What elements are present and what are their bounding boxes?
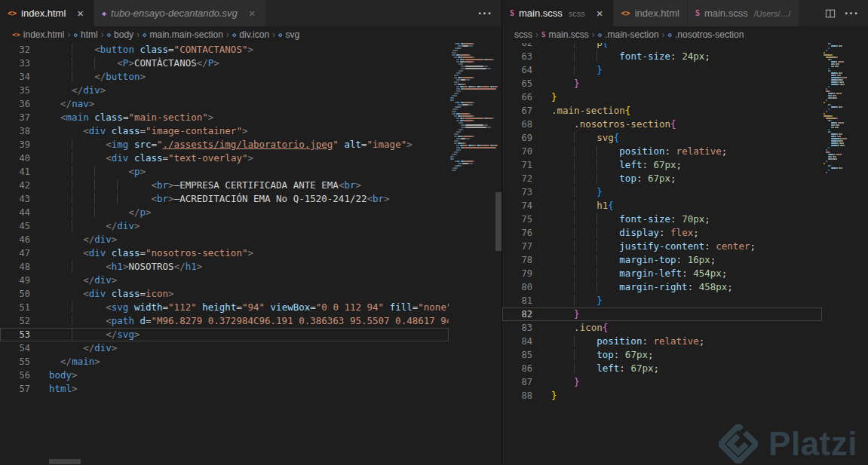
breadcrumb-item-.nosotros-section[interactable]: ◇.nosotros-section xyxy=(668,29,744,40)
code-line-45[interactable]: 45 </div> xyxy=(0,219,449,233)
tab-index.html[interactable]: <>index.html xyxy=(614,0,688,26)
code-line-64[interactable]: 64 } xyxy=(502,63,822,77)
split-editor-button[interactable] xyxy=(825,8,836,19)
line-content: </div> xyxy=(49,341,449,355)
breadcrumb-item-svg[interactable]: ◇svg xyxy=(278,29,299,40)
code-line-57[interactable]: 57html> xyxy=(0,382,449,396)
code-line-69[interactable]: 69 svg{ xyxy=(502,131,822,145)
code-line-51[interactable]: 51 <svg width="112" height="94" viewBox=… xyxy=(0,301,449,314)
more-actions-button[interactable]: ··· xyxy=(845,8,859,20)
breadcrumb-item-.main-section[interactable]: ◇.main-section xyxy=(598,29,659,40)
line-content: top: 67px; xyxy=(551,172,822,185)
more-actions-button[interactable]: ··· xyxy=(478,8,492,20)
tab-index.html[interactable]: <>index.html× xyxy=(0,0,94,26)
code-line-41[interactable]: 41 <p> xyxy=(0,165,449,179)
line-content: position: relative; xyxy=(551,145,822,158)
code-line-47[interactable]: 47 <div class="nosotros-section"> xyxy=(0,246,449,260)
code-line-74[interactable]: 74 h1{ xyxy=(502,199,822,213)
code-line-52[interactable]: 52 <path d="M96.8279 0.372984C96.191 0.3… xyxy=(0,314,449,328)
code-line-48[interactable]: 48 <h1>NOSOTROS</h1> xyxy=(0,260,449,274)
code-line-66[interactable]: 66} xyxy=(502,90,822,104)
code-line-78[interactable]: 78 margin-top: 16px; xyxy=(502,253,822,267)
code-line-65[interactable]: 65 } xyxy=(502,77,822,90)
breadcrumb-label: svg xyxy=(286,29,300,40)
minimap[interactable] xyxy=(822,43,868,465)
breadcrumb-item-index.html[interactable]: <>index.html xyxy=(12,29,65,40)
line-content: } xyxy=(551,90,822,104)
code-line-54[interactable]: 54 </div> xyxy=(0,341,449,355)
code-line-38[interactable]: 38 <div class="image-container"> xyxy=(0,124,449,138)
code-line-50[interactable]: 50 <div class=icon> xyxy=(0,287,449,301)
close-icon[interactable]: × xyxy=(75,7,86,20)
minimap-line xyxy=(824,84,866,85)
code-line-55[interactable]: 55 </main> xyxy=(0,355,449,369)
breadcrumb-item-div.icon[interactable]: ◇div.icon xyxy=(232,29,269,40)
code-line-35[interactable]: 35 </div> xyxy=(0,84,449,97)
code-line-49[interactable]: 49 </div> xyxy=(0,274,449,287)
line-content: </svg> xyxy=(49,328,449,341)
code-line-33[interactable]: 33 <P>CONTÀCTANOS</P> xyxy=(0,57,449,70)
code-area[interactable]: 62 p{63 font-size: 24px;64 }65 }66}67.ma… xyxy=(502,43,822,465)
code-line-86[interactable]: 86 left: 67px; xyxy=(502,362,822,375)
code-line-53[interactable]: 53 </svg> xyxy=(0,328,449,341)
code-line-82[interactable]: 82 } xyxy=(502,307,822,321)
line-number: 46 xyxy=(0,233,30,246)
code-line-71[interactable]: 71 left: 67px; xyxy=(502,158,822,172)
code-line-76[interactable]: 76 display: flex; xyxy=(502,226,822,240)
code-line-75[interactable]: 75 font-size: 70px; xyxy=(502,213,822,226)
code-line-36[interactable]: 36 </nav> xyxy=(0,97,449,111)
code-line-68[interactable]: 68 .nosotros-section{ xyxy=(502,118,822,131)
code-line-56[interactable]: 56body> xyxy=(0,369,449,382)
line-number: 33 xyxy=(0,57,30,70)
vertical-scrollbar-thumb[interactable] xyxy=(495,192,501,251)
horizontal-scrollbar-thumb[interactable] xyxy=(49,459,81,464)
symbol-icon: ◇ xyxy=(278,31,282,38)
code-line-77[interactable]: 77 justify-content: center; xyxy=(502,240,822,253)
code-line-34[interactable]: 34 </button> xyxy=(0,70,449,84)
code-line-87[interactable]: 87 } xyxy=(502,375,822,389)
minimap-line xyxy=(450,81,500,83)
breadcrumb-item-scss[interactable]: scss xyxy=(514,29,532,40)
close-icon[interactable]: × xyxy=(247,7,258,20)
code-line-37[interactable]: 37 <main class="main-section"> xyxy=(0,111,449,124)
code-line-84[interactable]: 84 position: relative; xyxy=(502,335,822,348)
breadcrumb-item-main.main-section[interactable]: ◇main.main-section xyxy=(143,29,223,40)
editor-pane[interactable]: 32 <button class="CONTACTANOS">33 <P>CON… xyxy=(0,43,501,465)
code-area[interactable]: 32 <button class="CONTACTANOS">33 <P>CON… xyxy=(0,43,449,465)
code-line-81[interactable]: 81 } xyxy=(502,294,822,307)
code-line-39[interactable]: 39 <img src="./assests/img/laboratorio.j… xyxy=(0,138,449,151)
minimap-line xyxy=(824,154,866,155)
minimap-line xyxy=(450,72,500,74)
breadcrumb-item-html[interactable]: ◇html xyxy=(74,29,98,40)
code-line-32[interactable]: 32 <button class="CONTACTANOS"> xyxy=(0,43,449,57)
line-number: 85 xyxy=(502,348,532,362)
code-line-72[interactable]: 72 top: 67px; xyxy=(502,172,822,185)
code-line-43[interactable]: 43 <br>—ACREDITACIÓN EMA No Q-1520-241/2… xyxy=(0,192,449,206)
tab-tubo-ensayo-decantando.svg[interactable]: ◆tubo-ensayo-decantando.svg× xyxy=(94,0,265,26)
code-line-80[interactable]: 80 margin-right: 458px; xyxy=(502,280,822,294)
line-content: justify-content: center; xyxy=(551,240,822,253)
code-line-85[interactable]: 85 top: 67px; xyxy=(502,348,822,362)
code-line-44[interactable]: 44 </p> xyxy=(0,206,449,219)
code-line-83[interactable]: 83 .icon{ xyxy=(502,321,822,335)
code-line-42[interactable]: 42 <br>—EMPRESA CERTIFICADA ANTE EMA<br> xyxy=(0,179,449,192)
minimap-line xyxy=(824,75,866,76)
editor-pane[interactable]: 62 p{63 font-size: 24px;64 }65 }66}67.ma… xyxy=(502,43,868,465)
close-icon[interactable]: × xyxy=(594,7,606,20)
minimap-line xyxy=(450,158,500,160)
code-line-67[interactable]: 67.main-section{ xyxy=(502,104,822,118)
code-line-62[interactable]: 62 p{ xyxy=(502,43,822,50)
breadcrumb-item-body[interactable]: ◇body xyxy=(107,29,133,40)
code-line-46[interactable]: 46 </div> xyxy=(0,233,449,246)
tab-main.scss[interactable]: Smain.scssscss× xyxy=(502,0,614,26)
minimap[interactable] xyxy=(449,43,501,465)
tab-main.scss[interactable]: Smain.scss/Users/…/ xyxy=(688,0,799,26)
breadcrumb-item-main.scss[interactable]: Smain.scss xyxy=(541,29,589,40)
minimap-line xyxy=(824,118,866,119)
code-line-70[interactable]: 70 position: relative; xyxy=(502,145,822,158)
code-line-40[interactable]: 40 <div class="text-overlay"> xyxy=(0,151,449,165)
code-line-79[interactable]: 79 margin-left: 454px; xyxy=(502,267,822,280)
code-line-88[interactable]: 88} xyxy=(502,389,822,402)
code-line-63[interactable]: 63 font-size: 24px; xyxy=(502,50,822,63)
code-line-73[interactable]: 73 } xyxy=(502,185,822,199)
